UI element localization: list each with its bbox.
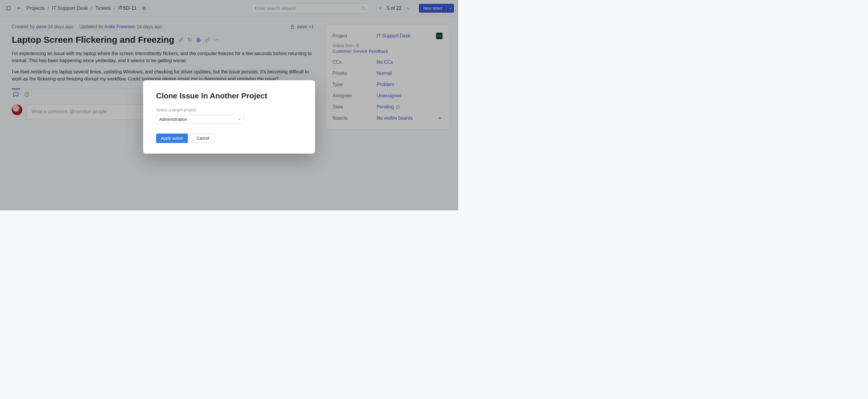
clone-issue-modal: Clone Issue In Another Project Select a … (143, 80, 315, 153)
target-project-value: Administration (159, 117, 187, 122)
apply-action-button[interactable]: Apply action (156, 134, 188, 143)
target-project-select[interactable]: Administration (156, 115, 244, 123)
modal-select-label: Select a target project (156, 108, 302, 112)
chevron-down-icon (237, 117, 241, 121)
cancel-button[interactable]: Cancel (191, 134, 214, 143)
modal-title: Clone Issue In Another Project (156, 91, 302, 101)
